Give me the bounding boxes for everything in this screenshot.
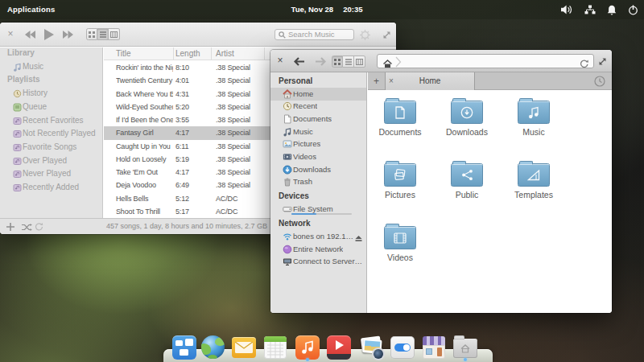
files-close-button[interactable]: × [275,50,286,72]
path-home-icon[interactable] [383,57,392,72]
folder-icon [384,163,416,187]
view-grid-button[interactable] [86,28,97,40]
folder-videos[interactable]: Videos [368,222,432,262]
folder-music[interactable]: Music [502,97,566,137]
music-sidebar-item-not-recently-played[interactable]: Not Recently Played [0,126,103,140]
song-length: 4:17 [175,166,189,179]
files-view-list-button[interactable] [343,56,354,68]
column-title[interactable]: Title [116,47,131,60]
folder-downloads[interactable]: Downloads [435,97,499,137]
song-title: Hells Bells [116,192,173,205]
column-length[interactable]: Length [175,47,200,60]
files-sidebar-item-videos[interactable]: Videos [270,150,367,163]
files-window: × PersonalHomeRecentDocumentsMusicPictur… [270,50,612,313]
back-button[interactable] [292,50,307,72]
dock-settings[interactable] [390,335,415,360]
view-list-button[interactable] [97,28,109,40]
dock-photos[interactable] [360,335,384,360]
music-sidebar-item-recently-added[interactable]: Recently Added [0,180,103,194]
song-title: Deja Voodoo [116,179,173,191]
music-search-input[interactable]: Search Music [275,29,354,40]
files-sidebar-item-home[interactable]: Home [270,88,367,101]
sidebar-item-label: Never Played [23,167,71,180]
files-sidebar-item-entire-network[interactable]: Entire Network [270,243,367,256]
volume-icon[interactable] [561,5,573,14]
files-sidebar-item-documents[interactable]: Documents [270,113,367,125]
view-column-button[interactable] [109,28,120,40]
server-icon [283,257,292,266]
music-maximize-icon[interactable] [381,23,392,47]
sidebar-item-label: Favorite Songs [23,140,76,154]
song-artist: .38 Special [216,88,250,101]
music-view-switcher [86,28,120,40]
next-button[interactable] [61,23,74,47]
music-sidebar-item-never-played[interactable]: Never Played [0,167,103,180]
play-button[interactable] [43,23,56,47]
tab-history-icon[interactable] [594,76,605,90]
dock-files[interactable] [453,335,477,360]
files-sidebar-item-bones-on-192-168-1-[interactable]: bones on 192.168.1… [270,230,367,243]
song-artist: .38 Special [216,126,250,139]
dock-appcenter[interactable] [422,335,446,360]
files-sidebar-item-connect-to-server-[interactable]: Connect to Server… [270,255,367,268]
sidebar-item-label: Entire Network [293,243,343,256]
music-sidebar-item-music[interactable]: Music [0,60,103,73]
panel-clock[interactable]: Tue, Nov 2820:35 [10,0,644,19]
folder-icon [451,163,483,187]
column-artist[interactable]: Artist [216,47,234,60]
previous-button[interactable] [23,23,36,47]
sidebar-item-label: Documents [293,113,332,125]
tab-home[interactable]: × Home [385,72,475,90]
sidebar-item-label: Home [293,88,313,101]
sidebar-item-label: Recent [293,100,317,113]
files-sidebar-item-recent[interactable]: Recent [270,100,367,113]
forward-button[interactable] [313,50,328,72]
song-title: Take 'Em Out [116,166,173,179]
files-sidebar-item-downloads[interactable]: Downloads [270,163,367,176]
sidebar-item-label: bones on 192.168.1… [293,230,356,243]
song-artist: .38 Special [216,74,250,87]
files-sidebar-item-trash[interactable]: Trash [270,175,367,188]
folder-documents[interactable]: Documents [368,97,432,137]
pictures-icon [283,139,292,149]
notifications-icon[interactable] [607,5,617,15]
sidebar-item-label: Connect to Server… [293,255,362,268]
folder-templates[interactable]: Templates [502,159,566,200]
song-length: 8:10 [175,61,189,74]
files-sidebar-item-pictures[interactable]: Pictures [270,138,367,150]
song-length: 5:12 [175,192,189,205]
music-sidebar-item-queue[interactable]: Queue [0,100,103,113]
files-sidebar-item-music[interactable]: Music [270,125,367,138]
dock-mail[interactable] [232,335,256,360]
folder-public[interactable]: Public [435,159,499,200]
files-view-column-button[interactable] [354,56,365,68]
sidebar-item-label: Videos [293,150,316,163]
song-artist: AC/DC [216,205,237,218]
dock-music[interactable] [295,335,320,360]
power-icon[interactable] [628,5,638,15]
files-sidebar-header-network: Network [270,217,367,230]
music-close-button[interactable]: × [5,23,16,46]
dock-calendar[interactable] [263,335,287,360]
music-note-dark-icon [283,127,292,137]
folder-pictures[interactable]: Pictures [368,159,432,200]
top-panel: Applications Tue, Nov 2820:35 [0,0,644,19]
equalizer-icon[interactable] [359,23,370,47]
music-sidebar-item-recent-favorites[interactable]: Recent Favorites [0,113,103,127]
dock-browser[interactable] [200,335,225,360]
music-sidebar-item-favorite-songs[interactable]: Favorite Songs [0,140,103,154]
files-maximize-icon[interactable] [597,50,608,72]
path-bar[interactable] [377,54,594,68]
panel-time: 20:35 [343,5,362,14]
music-note-icon [13,62,22,71]
files-sidebar-item-file-system[interactable]: File System [270,203,367,216]
files-view-grid-button[interactable] [332,56,343,68]
new-tab-button[interactable]: + [368,72,385,90]
network-icon[interactable] [584,5,596,14]
dock-applications[interactable] [172,335,196,360]
refresh-button[interactable] [580,57,588,72]
music-sidebar-item-over-played[interactable]: Over Played [0,154,103,167]
dock-videos[interactable] [327,335,351,360]
dock-running-indicator [464,358,467,361]
music-sidebar-item-history[interactable]: History [0,86,103,100]
